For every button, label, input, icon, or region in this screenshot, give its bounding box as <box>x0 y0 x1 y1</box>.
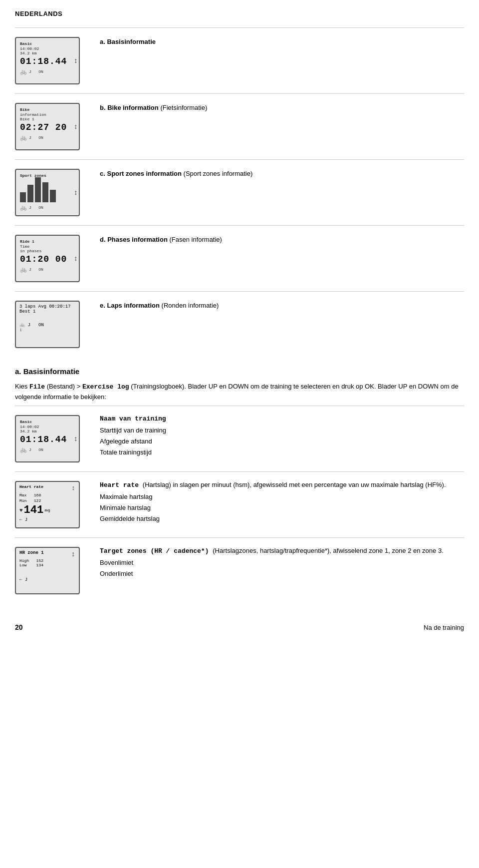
bar-c-2 <box>27 185 33 202</box>
screen-e-line2: Avg 00:20:17 <box>38 304 71 309</box>
code-exercise: Exercise log <box>82 383 129 391</box>
hr-values: Max 160 <box>19 493 75 497</box>
screen-d-line2: Time <box>20 244 75 249</box>
section-d: Ride 1 Time in phases 01:20 00 🚲 J ON ↕ … <box>15 225 464 291</box>
screen-b-icons: 🚲 J ON <box>20 134 75 141</box>
detail-hrz-items: Bovenlimiet Onderlimiet <box>100 557 464 579</box>
detail-hrz-title: Target zones (HR / cadence*) (Hartslagzo… <box>100 547 464 555</box>
screen-d-bottom: J ON <box>29 267 43 272</box>
screen-e-line3: Best 1 <box>19 309 35 314</box>
hr-min-values: Min 122 <box>19 498 75 503</box>
section-b: Bike information Bike 1 02:27 20 🚲 J ON … <box>15 93 464 159</box>
device-screen-a: Basic 14:00:02 34.2 km 01:18.44 🚲 J ON ↕ <box>15 37 85 84</box>
detail-hr-item-0: Maximale hartslag <box>100 491 464 502</box>
section-b-content: b. Bike information (Fietsinformatie) <box>100 103 464 113</box>
hr-label-row: Heart rate ↕ <box>19 484 75 492</box>
detail-basic-items: Starttijd van de training Afgelegde afst… <box>100 425 464 458</box>
hr-max-label: Max <box>19 493 26 497</box>
screen-a-icons: 🚲 J ON <box>20 68 75 75</box>
screen-a-big: 01:18.44 <box>20 56 75 66</box>
detail-hr-items: Maximale hartslag Minimale hartslag Gemi… <box>100 491 464 524</box>
hr-bottom: ← J <box>19 517 27 522</box>
arrow-right-e: ↕ <box>19 328 22 333</box>
screen-e-icons: 🚲 J ON <box>19 322 75 328</box>
page-language: NEDERLANDS <box>15 10 464 17</box>
arrow-right-c: ↕ <box>74 189 78 197</box>
bike-icon-b: 🚲 <box>20 134 27 141</box>
detail-basic-item-1: Afgelegde afstand <box>100 436 464 447</box>
detail-screen-basic-big: 01:18.44 <box>20 434 75 444</box>
detail-basic-title: Naam van training <box>100 415 464 423</box>
hrz-bottom-icons: ← J <box>19 577 75 582</box>
screen-b-line2: information <box>20 112 75 117</box>
bike-icon-basic: 🚲 <box>20 446 27 453</box>
hrz-low-row: Low 134 <box>19 563 44 567</box>
detail-basic: Basic 14:00:02 34.2 km 01:18.44 🚲 J ON ↕… <box>15 406 464 471</box>
detail-screen-hr: Heart rate ↕ Max 160 Min 122 ♥ 141avg <box>15 481 85 528</box>
screen-a-bottom: J ON <box>29 69 43 74</box>
detail-hr-sub: (Hartslag) in slagen per minuut (hsm), a… <box>143 481 446 488</box>
arrow-right-basic: ↕ <box>74 435 78 443</box>
bar-c-5 <box>50 190 56 202</box>
hrz-high-row: High 152 <box>19 558 44 563</box>
screen-a-line1: Basic <box>20 41 32 46</box>
section-e-content: e. Laps information (Ronden informatie) <box>100 301 464 311</box>
detail-hrz-sub: (Hartslagzones, hartslag/trapfrequentie*… <box>213 547 444 554</box>
detail-screen-basic: Basic 14:00:02 34.2 km 01:18.44 🚲 J ON ↕ <box>15 415 85 462</box>
detail-hrz-item-0: Bovenlimiet <box>100 557 464 568</box>
page-number: 20 <box>15 623 23 631</box>
detail-hr-item-1: Minimale hartslag <box>100 502 464 513</box>
device-screen-d: Ride 1 Time in phases 01:20 00 🚲 J ON ↕ <box>15 235 85 282</box>
bike-icon-e: 🚲 <box>19 323 25 328</box>
screen-b-bottom: J ON <box>29 135 43 140</box>
section-b-title: b. Bike information (Fietsinformatie) <box>100 104 464 111</box>
intro-text: Kies File (Bestand) > Exercise log (Trai… <box>15 382 464 402</box>
screen-d-big: 01:20 00 <box>20 254 75 264</box>
detail-screen-basic-line2: 14:00:02 <box>20 425 75 429</box>
detail-basic-item-0: Starttijd van de training <box>100 425 464 436</box>
hr-bottom-icons: ← J <box>19 517 75 522</box>
bar-c-4 <box>42 182 48 202</box>
detail-basic-item-2: Totale trainingstijd <box>100 447 464 458</box>
main-section-title: a. Basisinformatie <box>15 367 464 376</box>
page-footer: 20 Na de training <box>15 618 464 631</box>
bar-c-3 <box>35 177 41 202</box>
screen-e-bottom: J ON <box>27 323 43 328</box>
screen-a-line2: 14:00:02 <box>20 46 75 51</box>
detail-heartrate: Heart rate ↕ Max 160 Min 122 ♥ 141avg <box>15 471 464 537</box>
hr-avg-label: avg <box>44 508 50 512</box>
bars-c <box>20 182 75 202</box>
hr-arrow: ↕ <box>71 484 75 492</box>
section-d-title: d. Phases information (Fasen informatie) <box>100 236 464 243</box>
detail-hr-title: Heart rate (Hartslag) in slagen per minu… <box>100 481 464 489</box>
section-c: Sport zones 🚲 J ON ↕ c. Sport zones info… <box>15 159 464 225</box>
arrow-right-a: ↕ <box>74 57 78 65</box>
section-d-content: d. Phases information (Fasen informatie) <box>100 235 464 245</box>
screen-d-line1: Ride 1 <box>20 239 34 244</box>
section-e: 3 laps Avg 00:20:17 Best 1 🚲 J ON ↕ e. L… <box>15 291 464 357</box>
device-screen-b: Bike information Bike 1 02:27 20 🚲 J ON … <box>15 103 85 150</box>
detail-basic-bottom: J ON <box>29 447 43 452</box>
main-section: a. Basisinformatie Kies File (Bestand) >… <box>15 362 464 603</box>
hr-min-val: 122 <box>34 498 41 503</box>
detail-screen-basic-line3: 34.2 km <box>20 429 75 434</box>
detail-screen-basic-line1: Basic <box>20 420 32 424</box>
detail-basic-icons: 🚲 J ON <box>20 446 75 453</box>
bike-icon-c: 🚲 <box>20 204 27 211</box>
detail-hrzone: HR zone 1 High 152 Low 134 ↕ <box>15 537 464 603</box>
hr-max-val: 160 <box>34 493 41 497</box>
detail-hr-item-2: Gemiddelde hartslag <box>100 513 464 524</box>
heart-icon: ♥ <box>19 507 23 513</box>
screen-b-big: 02:27 20 <box>20 122 75 132</box>
screen-b-line3: Bike 1 <box>20 117 75 121</box>
section-a: Basic 14:00:02 34.2 km 01:18.44 🚲 J ON ↕… <box>15 27 464 93</box>
detail-screen-hrz: HR zone 1 High 152 Low 134 ↕ <box>15 547 85 594</box>
screen-c-bottom: J ON <box>29 205 43 210</box>
hr-screen-label: Heart rate <box>19 484 43 492</box>
bar-c-1 <box>20 192 26 202</box>
device-screen-c: Sport zones 🚲 J ON ↕ <box>15 169 85 216</box>
code-file: File <box>29 383 45 391</box>
screen-a-line3: 34.2 km <box>20 51 75 55</box>
section-a-title: a. Basisinformatie <box>100 38 464 45</box>
device-screen-e: 3 laps Avg 00:20:17 Best 1 🚲 J ON ↕ <box>15 301 85 348</box>
